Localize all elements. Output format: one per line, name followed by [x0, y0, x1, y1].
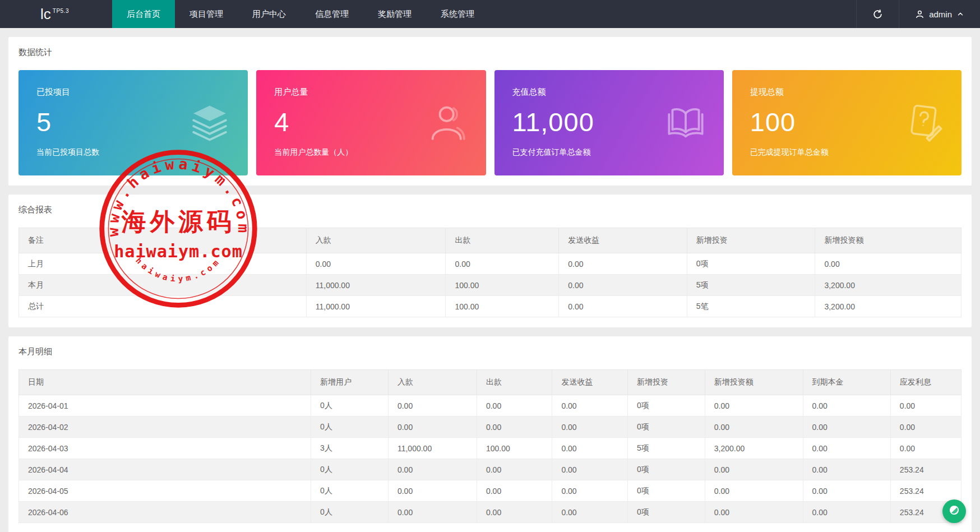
detail-table: 日期新增用户入款出款发送收益新增投资新增投资额到期本金应发利息 2026-04-…: [19, 369, 961, 523]
column-header: 备注: [19, 228, 307, 253]
table-cell: 0.00: [552, 459, 627, 480]
table-cell: 2026-04-06: [19, 502, 311, 523]
table-cell: 0人: [311, 480, 389, 502]
table-cell: 0人: [311, 502, 389, 523]
logo-text: lc: [40, 6, 51, 23]
chevron-up-icon: [956, 10, 964, 18]
column-header: 到期本金: [803, 370, 890, 395]
layers-icon: [188, 101, 231, 144]
table-cell: 上月: [19, 253, 307, 275]
table-cell: 0.00: [705, 480, 803, 502]
table-cell: 0.00: [552, 395, 627, 417]
detail-panel: 本月明细 日期新增用户入款出款发送收益新增投资新增投资额到期本金应发利息 202…: [8, 336, 972, 532]
table-cell: 100.00: [477, 438, 552, 459]
report-table: 备注入款出款发送收益新增投资新增投资额 上月0.000.000.000项0.00…: [19, 228, 961, 317]
table-cell: 5项: [627, 438, 705, 459]
table-cell: 3,200.00: [815, 275, 961, 296]
table-cell: 0.00: [803, 417, 890, 438]
table-cell: 0.00: [552, 417, 627, 438]
table-cell: 2026-04-01: [19, 395, 311, 417]
table-cell: 0.00: [890, 417, 961, 438]
admin-menu[interactable]: admin: [899, 0, 980, 28]
table-row: 总计11,000.00100.000.005笔3,200.00: [19, 296, 961, 317]
nav-menu: 后台首页项目管理用户中心信息管理奖励管理系统管理: [112, 0, 489, 28]
table-cell: 0.00: [705, 502, 803, 523]
table-cell: 0项: [627, 502, 705, 523]
column-header: 日期: [19, 370, 311, 395]
stat-card-label: 用户总量: [274, 87, 468, 98]
column-header: 发送收益: [559, 228, 687, 253]
top-navbar: lcTP5.3 后台首页项目管理用户中心信息管理奖励管理系统管理 admin: [0, 0, 980, 28]
stat-card-2: 充值总额11,000已支付充值订单总金额: [494, 70, 724, 175]
table-row: 上月0.000.000.000项0.00: [19, 253, 961, 275]
person-icon: [427, 101, 469, 144]
table-cell: 0人: [311, 459, 389, 480]
stat-card-desc: 已支付充值订单总金额: [512, 147, 706, 158]
table-cell: 0.00: [803, 480, 890, 502]
report-panel: 综合报表 备注入款出款发送收益新增投资新增投资额 上月0.000.000.000…: [8, 195, 972, 327]
refresh-icon: [872, 9, 883, 20]
table-cell: 0项: [627, 417, 705, 438]
nav-item-3[interactable]: 信息管理: [301, 0, 363, 28]
table-cell: 100.00: [446, 275, 559, 296]
table-cell: 5项: [687, 275, 815, 296]
table-cell: 0项: [687, 253, 815, 275]
header-row: 日期新增用户入款出款发送收益新增投资新增投资额到期本金应发利息: [19, 370, 961, 395]
column-header: 入款: [388, 370, 477, 395]
header-row: 备注入款出款发送收益新增投资新增投资额: [19, 228, 961, 253]
table-cell: 0.00: [477, 480, 552, 502]
column-header: 入款: [306, 228, 446, 253]
table-cell: 0.00: [803, 459, 890, 480]
nav-item-1[interactable]: 项目管理: [175, 0, 238, 28]
stats-panel: 数据统计 已投项目5当前已投项目总数用户总量4当前用户总数量（人）充值总额11,…: [8, 37, 972, 186]
table-cell: 0.00: [890, 438, 961, 459]
logo-version: TP5.3: [53, 8, 69, 14]
table-cell: 0.00: [306, 253, 446, 275]
refresh-button[interactable]: [856, 0, 899, 28]
table-row: 2026-04-040人0.000.000.000项0.000.00253.24: [19, 459, 961, 480]
table-cell: 0人: [311, 417, 389, 438]
table-cell: 0.00: [446, 253, 559, 275]
theme-fab-button[interactable]: [942, 499, 966, 523]
nav-item-2[interactable]: 用户中心: [238, 0, 301, 28]
report-table-head: 备注入款出款发送收益新增投资新增投资额: [19, 228, 961, 253]
table-cell: 2026-04-02: [19, 417, 311, 438]
table-cell: 0.00: [552, 438, 627, 459]
nav-item-4[interactable]: 奖励管理: [363, 0, 426, 28]
detail-table-body: 2026-04-010人0.000.000.000项0.000.000.0020…: [19, 395, 961, 523]
stat-card-label: 已投项目: [36, 87, 230, 98]
column-header: 新增投资: [687, 228, 815, 253]
nav-item-5[interactable]: 系统管理: [426, 0, 489, 28]
table-cell: 5笔: [687, 296, 815, 317]
column-header: 新增用户: [311, 370, 389, 395]
detail-panel-title: 本月明细: [19, 346, 961, 357]
table-cell: 0.00: [477, 417, 552, 438]
table-cell: 0.00: [388, 480, 477, 502]
table-cell: 0.00: [705, 395, 803, 417]
table-cell: 3,200.00: [705, 438, 803, 459]
table-row: 2026-04-033人11,000.00100.000.005项3,200.0…: [19, 438, 961, 459]
nav-right: admin: [856, 0, 980, 28]
report-table-body: 上月0.000.000.000项0.00本月11,000.00100.000.0…: [19, 253, 961, 317]
column-header: 新增投资额: [815, 228, 961, 253]
table-cell: 0.00: [552, 502, 627, 523]
book-icon: [664, 101, 707, 144]
column-header: 发送收益: [552, 370, 627, 395]
column-header: 应发利息: [890, 370, 961, 395]
table-cell: 0.00: [477, 395, 552, 417]
table-cell: 11,000.00: [306, 296, 446, 317]
table-cell: 0.00: [552, 480, 627, 502]
table-cell: 2026-04-05: [19, 480, 311, 502]
stat-card-3: 提现总额100已完成提现订单总金额: [732, 70, 961, 175]
table-cell: 253.24: [890, 480, 961, 502]
table-cell: 0.00: [477, 502, 552, 523]
table-cell: 0.00: [890, 395, 961, 417]
table-cell: 0.00: [559, 296, 687, 317]
table-row: 2026-04-050人0.000.000.000项0.000.00253.24: [19, 480, 961, 502]
nav-item-0[interactable]: 后台首页: [112, 0, 175, 28]
detail-table-head: 日期新增用户入款出款发送收益新增投资新增投资额到期本金应发利息: [19, 370, 961, 395]
table-cell: 本月: [19, 275, 307, 296]
doc-question-icon: [902, 101, 945, 144]
column-header: 出款: [477, 370, 552, 395]
report-panel-title: 综合报表: [19, 205, 961, 215]
